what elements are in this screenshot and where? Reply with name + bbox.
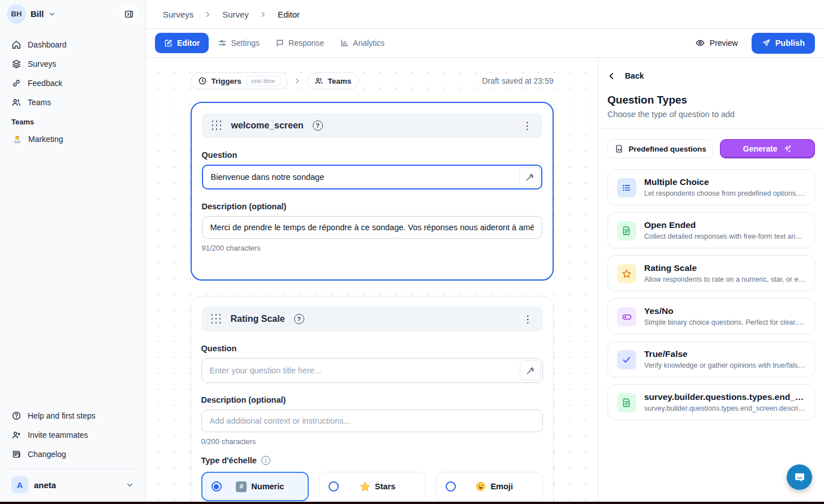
triggers-chip[interactable]: Triggers one-time xyxy=(191,72,288,89)
scale-type-label: Type d'échelle xyxy=(201,456,257,465)
sidebar-item-feedback[interactable]: Feedback xyxy=(7,74,139,93)
magic-wand-icon xyxy=(525,366,535,376)
eye-icon xyxy=(695,38,705,48)
tab-analytics[interactable]: Analytics xyxy=(333,33,391,53)
survey-canvas: Triggers one-time Teams Draft saved at 2… xyxy=(146,58,598,504)
tab-label: Response xyxy=(288,38,324,48)
account-menu[interactable]: A aneta xyxy=(7,473,139,499)
kebab-menu-icon[interactable]: ⋮ xyxy=(523,315,533,324)
info-icon[interactable]: i xyxy=(261,456,270,465)
question-type-multiple-choice[interactable]: Multiple Choice Let respondents choose f… xyxy=(607,169,815,205)
question-description-input[interactable] xyxy=(201,410,543,432)
scale-option-emoji[interactable]: Emoji xyxy=(436,472,543,501)
sidebar-collapse-button[interactable] xyxy=(119,5,139,24)
question-title-input[interactable] xyxy=(201,358,543,383)
back-label: Back xyxy=(625,71,644,80)
sidebar-item-label: Feedback xyxy=(28,79,62,88)
check-icon xyxy=(617,350,636,369)
tab-settings[interactable]: Settings xyxy=(211,33,266,53)
chevron-right-icon xyxy=(204,10,212,19)
sidebar-item-teams[interactable]: Teams xyxy=(7,93,139,112)
sidebar: BH Bill Dashboard Surveys Feedback xyxy=(0,0,146,504)
chat-widget-button[interactable] xyxy=(787,464,812,490)
drag-handle-icon[interactable] xyxy=(212,120,222,131)
question-card-header: welcome_screen ? ⋮ xyxy=(202,113,542,138)
user-plus-icon xyxy=(11,430,21,440)
ai-rewrite-button[interactable] xyxy=(520,360,541,381)
editor-content: Triggers one-time Teams Draft saved at 2… xyxy=(146,58,824,504)
publish-button[interactable]: Publish xyxy=(752,33,815,54)
question-card-welcome-screen[interactable]: welcome_screen ? ⋮ Question Description … xyxy=(191,102,554,281)
question-type-description: Allow respondents to rate on a numeric, … xyxy=(644,275,805,283)
scale-option-stars[interactable]: Stars xyxy=(319,472,426,501)
sidebar-nav: Dashboard Surveys Feedback Teams Teams M… xyxy=(0,28,145,149)
smiley-emoji-icon xyxy=(476,481,486,492)
question-type-name: Open Ended xyxy=(644,220,805,230)
question-card-rating-scale[interactable]: Rating Scale ? ⋮ Question Description (o… xyxy=(191,296,554,504)
workspace-switcher[interactable]: BH Bill xyxy=(0,0,145,28)
question-type-open-ended[interactable]: Open Ended Collect detailed responses wi… xyxy=(607,212,815,248)
scale-option-label: Numeric xyxy=(251,482,284,491)
breadcrumb-editor[interactable]: Editor xyxy=(278,10,300,19)
newspaper-icon xyxy=(11,449,21,459)
question-type-end-screen[interactable]: survey.builder.questions.types.end_scr..… xyxy=(607,384,815,420)
question-label: Question xyxy=(201,344,543,353)
tab-response[interactable]: Response xyxy=(269,33,331,53)
help-icon[interactable]: ? xyxy=(313,120,323,131)
account-avatar: A xyxy=(11,476,28,493)
sliders-icon xyxy=(218,38,227,48)
help-circle-icon xyxy=(11,411,21,421)
question-label: Question xyxy=(202,150,542,160)
question-type-true-false[interactable]: True/False Verify knowledge or gather op… xyxy=(607,341,815,377)
sidebar-item-label: Changelog xyxy=(28,450,66,459)
back-button[interactable]: Back xyxy=(607,71,815,80)
divider xyxy=(7,468,139,469)
teams-chip[interactable]: Teams xyxy=(307,72,359,89)
workspace-avatar: BH xyxy=(7,5,26,24)
pencil-icon xyxy=(164,38,173,48)
question-card-header: Rating Scale ? ⋮ xyxy=(201,307,543,331)
canvas-header-row: Triggers one-time Teams Draft saved at 2… xyxy=(191,72,554,89)
chevron-right-icon xyxy=(294,77,301,85)
predefined-label: Predefined questions xyxy=(629,145,706,153)
sidebar-item-marketing[interactable]: Marketing xyxy=(7,130,139,149)
chevron-down-icon xyxy=(48,10,56,18)
sidebar-item-help[interactable]: Help and first steps xyxy=(7,406,139,425)
ai-rewrite-button[interactable] xyxy=(519,167,540,187)
sidebar-item-invite[interactable]: Invite teammates xyxy=(7,425,139,445)
tab-editor[interactable]: Editor xyxy=(155,33,209,53)
question-type-name: survey.builder.questions.types.end_scr..… xyxy=(644,392,805,402)
preview-button[interactable]: Preview xyxy=(695,38,738,48)
chevron-right-icon xyxy=(259,10,268,19)
breadcrumb-survey[interactable]: Survey xyxy=(222,10,249,19)
panel-collapse-icon xyxy=(124,9,134,19)
sidebar-item-dashboard[interactable]: Dashboard xyxy=(7,35,139,54)
description-label: Description (optional) xyxy=(201,395,543,404)
predefined-questions-button[interactable]: Predefined questions xyxy=(607,139,713,158)
question-type-rating-scale[interactable]: Rating Scale Allow respondents to rate o… xyxy=(607,255,815,291)
sidebar-item-label: Dashboard xyxy=(28,40,67,49)
account-name: aneta xyxy=(34,480,56,490)
radio-checked-icon xyxy=(212,481,222,492)
sidebar-item-surveys[interactable]: Surveys xyxy=(7,54,139,74)
drag-handle-icon[interactable] xyxy=(212,314,222,324)
scale-option-numeric[interactable]: # Numeric xyxy=(201,472,309,501)
question-description-input[interactable] xyxy=(202,216,542,239)
teams-chip-label: Teams xyxy=(328,77,352,85)
scale-option-label: Emoji xyxy=(490,482,512,491)
app-window: BH Bill Dashboard Surveys Feedback xyxy=(0,0,824,504)
sidebar-item-changelog[interactable]: Changelog xyxy=(7,445,139,464)
publish-label: Publish xyxy=(775,38,805,48)
question-type-yes-no[interactable]: Yes/No Simple binary choice questions. P… xyxy=(607,298,815,334)
tab-label: Analytics xyxy=(353,38,385,48)
question-type-description: Let respondents choose from predefined o… xyxy=(644,189,805,197)
help-icon[interactable]: ? xyxy=(294,314,304,324)
question-type-name: Yes/No xyxy=(644,306,805,316)
file-text-icon xyxy=(617,393,636,412)
toggle-icon xyxy=(617,307,636,326)
generate-button[interactable]: Generate xyxy=(720,139,815,158)
question-type-name: Multiple Choice xyxy=(644,177,805,187)
breadcrumb-surveys[interactable]: Surveys xyxy=(163,10,193,19)
kebab-menu-icon[interactable]: ⋮ xyxy=(523,121,532,131)
question-title-input[interactable] xyxy=(202,165,542,189)
